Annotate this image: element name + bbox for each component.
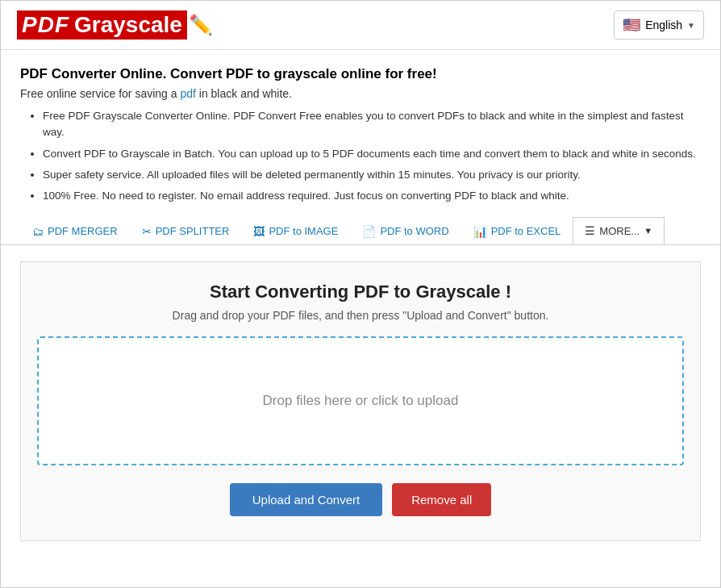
- language-label: English: [645, 19, 682, 31]
- converter-section: Start Converting PDF to Grayscale ! Drag…: [20, 261, 701, 541]
- language-selector[interactable]: 🇺🇸 English ▼: [614, 10, 704, 40]
- list-item: Free PDF Grayscale Converter Online. PDF…: [43, 108, 701, 141]
- excel-icon: 📊: [473, 225, 487, 238]
- logo-grayscale-text: Grayscale: [74, 10, 187, 40]
- button-row: Upload and Convert Remove all: [37, 483, 684, 516]
- logo-pdf-text: PDF: [17, 10, 74, 40]
- sub-heading: Free online service for saving a pdf in …: [20, 87, 701, 100]
- main-content: PDF Converter Online. Convert PDF to gra…: [1, 50, 720, 565]
- chevron-down-icon: ▼: [687, 21, 695, 30]
- split-icon: ✂: [142, 225, 152, 238]
- pdf-link[interactable]: pdf: [180, 87, 195, 100]
- converter-title: Start Converting PDF to Grayscale !: [37, 281, 684, 302]
- tab-pdf-splitter-label: PDF SPLITTER: [156, 225, 230, 237]
- drop-zone-text: Drop files here or click to upload: [263, 393, 459, 409]
- converter-subtitle: Drag and drop your PDF files, and then p…: [37, 309, 684, 322]
- tab-more-label: MORE...: [599, 225, 640, 237]
- chevron-down-icon: ▼: [644, 226, 652, 236]
- tab-pdf-to-word-label: PDF to WORD: [380, 225, 448, 237]
- header: PDF Grayscale ✏️ 🇺🇸 English ▼: [1, 1, 720, 50]
- merge-icon: 🗂: [32, 225, 44, 238]
- tab-more[interactable]: ☰ MORE... ▼: [573, 217, 665, 244]
- flag-icon: 🇺🇸: [623, 16, 640, 34]
- feature-list: Free PDF Grayscale Converter Online. PDF…: [20, 108, 701, 204]
- pencil-icon: ✏️: [189, 14, 213, 36]
- tab-pdf-to-excel[interactable]: 📊 PDF to EXCEL: [461, 217, 573, 244]
- tab-pdf-to-excel-label: PDF to EXCEL: [491, 225, 561, 237]
- list-item: 100% Free. No need to register. No email…: [43, 188, 701, 204]
- tab-pdf-merger-label: PDF MERGER: [48, 225, 118, 237]
- list-item: Convert PDF to Grayscale in Batch. You c…: [43, 146, 701, 162]
- nav-tabs: 🗂 PDF MERGER ✂ PDF SPLITTER 🖼 PDF to IMA…: [1, 217, 720, 245]
- tab-pdf-to-image[interactable]: 🖼 PDF to IMAGE: [241, 217, 350, 244]
- logo: PDF Grayscale ✏️: [17, 10, 213, 40]
- word-icon: 📄: [362, 225, 376, 238]
- drop-zone[interactable]: Drop files here or click to upload: [37, 336, 684, 465]
- list-icon: ☰: [585, 224, 595, 237]
- tab-pdf-to-image-label: PDF to IMAGE: [269, 225, 338, 237]
- page-title: PDF Converter Online. Convert PDF to gra…: [20, 66, 701, 82]
- image-icon: 🖼: [253, 225, 265, 238]
- list-item: Super safety service. All uploaded files…: [43, 167, 701, 183]
- remove-all-button[interactable]: Remove all: [392, 483, 491, 516]
- upload-convert-button[interactable]: Upload and Convert: [230, 483, 382, 516]
- tab-pdf-merger[interactable]: 🗂 PDF MERGER: [20, 217, 130, 244]
- tab-pdf-splitter[interactable]: ✂ PDF SPLITTER: [130, 217, 242, 244]
- tab-pdf-to-word[interactable]: 📄 PDF to WORD: [350, 217, 461, 244]
